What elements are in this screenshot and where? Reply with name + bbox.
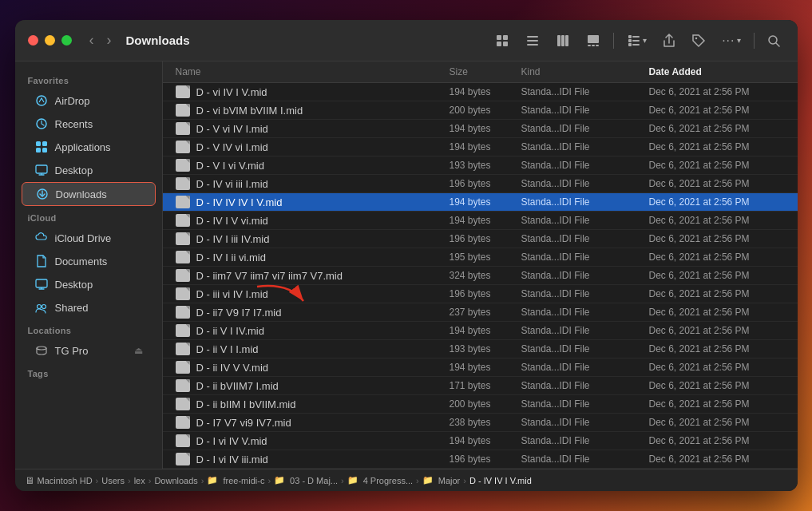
file-name-text: D - IV IV IV I V.mid [196,196,283,208]
file-name-cell: D - ii7 V9 I7 I7.mid [176,306,450,319]
breadcrumb-free-midi[interactable]: 📁 free-midi-c [207,475,264,485]
table-row[interactable]: D - I vi IV V.mid 194 bytes Standa...IDI… [163,432,798,450]
svg-rect-11 [588,45,591,46]
desktop-icon [34,163,49,177]
table-row[interactable]: D - iii vi IV I.mid 196 bytes Standa...I… [163,285,798,303]
table-row[interactable]: D - vi bVIM bVIIM I.mid 200 bytes Standa… [163,101,798,120]
file-size: 194 bytes [450,215,521,226]
maximize-button[interactable] [61,35,72,46]
minimize-button[interactable] [45,35,55,46]
table-row[interactable]: D - vi IV I V.mid 194 bytes Standa...IDI… [163,83,798,101]
sidebar-item-documents[interactable]: Documents [22,250,156,272]
table-row[interactable]: D - ii7 V9 I7 I7.mid 237 bytes Standa...… [163,303,798,322]
table-row[interactable]: D - iim7 V7 iim7 vi7 iim7 V7.mid 324 byt… [163,267,798,285]
sidebar-label-icloud-drive: iCloud Drive [55,232,112,244]
file-kind: Standa...IDI File [521,86,649,97]
table-row[interactable]: D - IV IV IV I V.mid 194 bytes Standa...… [163,193,798,212]
table-row[interactable]: D - IV I V vi.mid 194 bytes Standa...IDI… [163,212,798,230]
back-button[interactable]: ‹ [85,30,99,50]
view-icon-grid[interactable] [490,30,514,51]
file-date: Dec 6, 2021 at 2:56 PM [649,178,785,189]
file-kind: Standa...IDI File [521,380,649,391]
eject-button[interactable]: ⏏ [134,345,143,356]
breadcrumb-major[interactable]: 📁 Major [422,475,461,485]
sidebar-label-airdrop: AirDrop [55,95,90,107]
file-kind: Standa...IDI File [521,362,649,373]
breadcrumb-users[interactable]: Users [101,476,125,485]
table-row[interactable]: D - V I vi V.mid 193 bytes Standa...IDI … [163,156,798,175]
file-size: 194 bytes [450,196,521,208]
breadcrumb-downloads[interactable]: Downloads [154,476,197,485]
svg-rect-26 [42,141,47,146]
sidebar: Favorites AirDrop Recents Applications [15,61,163,469]
table-row[interactable]: D - ii V I IV.mid 194 bytes Standa...IDI… [163,322,798,340]
sidebar-item-shared[interactable]: Shared [22,296,156,319]
breadcrumb-macintosh-hd[interactable]: 🖥 Macintosh HD [25,475,93,486]
sidebar-item-airdrop[interactable]: AirDrop [22,89,156,112]
table-row[interactable]: D - V IV vi I.mid 194 bytes Standa...IDI… [163,138,798,156]
file-size: 196 bytes [450,233,521,244]
file-kind: Standa...IDI File [521,252,649,263]
sidebar-item-icloud-desktop[interactable]: Desktop [22,273,156,295]
col-header-kind[interactable]: Kind [521,66,649,77]
sidebar-item-recents[interactable]: Recents [22,113,156,135]
svg-rect-3 [503,42,508,46]
sidebar-location-left: TG Pro [34,343,89,358]
table-row[interactable]: D - I7 V7 vi9 IV7.mid 238 bytes Standa..… [163,414,798,432]
toolbar-actions: ▾ ··· ▾ [490,30,784,51]
svg-point-38 [42,305,46,309]
search-button[interactable] [762,31,785,50]
table-row[interactable]: D - IV I iii IV.mid 196 bytes Standa...I… [163,230,798,248]
list-header: Name Size Kind Date Added [163,61,798,83]
breadcrumb-lex[interactable]: lex [134,476,145,485]
group-by-button[interactable]: ▾ [622,30,652,51]
svg-rect-12 [592,45,595,46]
file-name-cell: D - ii bVIIM7 I.mid [176,379,450,392]
table-row[interactable]: D - ii IV V V.mid 194 bytes Standa...IDI… [163,358,798,377]
breadcrumb-4-progress[interactable]: 📁 4 Progress... [347,475,413,485]
file-name-cell: D - IV I iii IV.mid [176,232,450,245]
file-icon [176,122,190,135]
table-row[interactable]: D - I vi IV iii.mid 196 bytes Standa...I… [163,450,798,469]
table-row[interactable]: D - IV vi iii I.mid 196 bytes Standa...I… [163,175,798,193]
sidebar-label-icloud-desktop: Desktop [55,279,93,291]
more-button[interactable]: ··· ▾ [717,30,745,51]
file-size: 193 bytes [450,160,521,171]
svg-rect-9 [565,35,568,46]
file-kind: Standa...IDI File [521,160,649,171]
file-size: 194 bytes [450,435,521,446]
breadcrumb-03-d-maj[interactable]: 📁 03 - D Maj... [274,475,338,485]
svg-rect-14 [628,35,632,38]
sidebar-item-applications[interactable]: Applications [22,136,156,158]
sidebar-item-downloads[interactable]: Downloads [22,182,156,206]
sidebar-label-tg-pro: TG Pro [55,345,89,357]
file-name-text: D - I vi IV iii.mid [196,454,268,465]
col-header-size[interactable]: Size [450,66,521,77]
table-row[interactable]: D - ii bVIIM7 I.mid 171 bytes Standa...I… [163,377,798,395]
view-icon-gallery[interactable] [581,30,605,51]
close-button[interactable] [28,35,38,46]
table-row[interactable]: D - V vi IV I.mid 194 bytes Standa...IDI… [163,120,798,138]
table-row[interactable]: D - IV I ii vi.mid 195 bytes Standa...ID… [163,248,798,267]
col-header-name[interactable]: Name [176,66,450,77]
sidebar-item-tg-pro[interactable]: TG Pro ⏏ [22,339,156,362]
table-row[interactable]: D - ii bIIM I bVIIM.mid 200 bytes Standa… [163,395,798,414]
view-icon-list[interactable] [521,30,545,51]
sidebar-section-favorites: Favorites [15,69,162,89]
sidebar-item-icloud-drive[interactable]: iCloud Drive [22,227,156,249]
view-icon-columns[interactable] [551,30,575,51]
file-name-cell: D - vi IV I V.mid [176,85,450,98]
file-name-text: D - V I vi V.mid [196,160,264,172]
file-kind: Standa...IDI File [521,233,649,244]
forward-button[interactable]: › [102,30,117,50]
icloud-drive-icon [34,231,49,245]
sidebar-item-desktop[interactable]: Desktop [22,159,156,181]
svg-rect-25 [36,141,41,146]
tag-button[interactable] [687,30,711,51]
file-name-cell: D - iii vi IV I.mid [176,287,450,300]
svg-rect-0 [497,35,501,40]
share-button[interactable] [658,30,680,51]
col-header-date[interactable]: Date Added [649,66,785,77]
table-row[interactable]: D - ii V I I.mid 193 bytes Standa...IDI … [163,340,798,358]
breadcrumb-file[interactable]: D - IV IV I V.mid [469,476,532,485]
